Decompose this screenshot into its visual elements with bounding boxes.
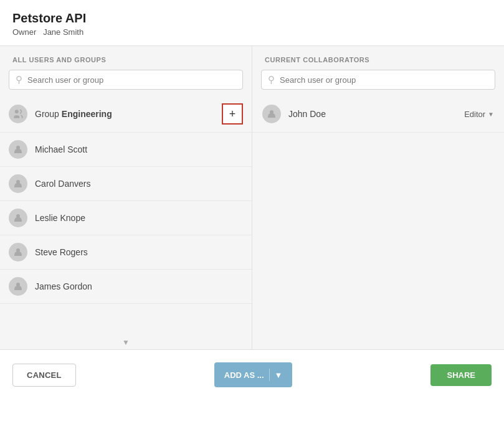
list-item[interactable]: Group Engineering +: [0, 96, 252, 133]
left-search-icon: ⚲: [16, 74, 22, 85]
right-search-bar[interactable]: ⚲: [261, 70, 495, 90]
user-icon: [9, 277, 27, 296]
collaborator-item: John Doe Editor ▼: [252, 96, 504, 133]
left-panel-title: ALL USERS AND GROUPS: [0, 46, 252, 70]
right-panel: CURRENT COLLABORATORS ⚲ John Doe Editor …: [252, 46, 504, 349]
list-item[interactable]: James Gordon: [0, 270, 252, 304]
collaborators-list: John Doe Editor ▼: [252, 96, 504, 349]
list-item[interactable]: Leslie Knope: [0, 201, 252, 235]
user-icon: [9, 174, 27, 193]
add-group-engineering-button[interactable]: +: [222, 103, 243, 125]
right-search-icon: ⚲: [268, 74, 275, 85]
chevron-down-icon: ▼: [488, 111, 494, 118]
james-gordon-label: James Gordon: [35, 281, 243, 291]
leslie-knope-label: Leslie Knope: [35, 213, 243, 223]
left-search-bar[interactable]: ⚲: [9, 70, 243, 90]
cancel-button[interactable]: CANCEL: [12, 364, 76, 387]
group-icon: [9, 105, 27, 123]
add-as-divider: [269, 369, 270, 381]
right-search-input[interactable]: [280, 75, 488, 85]
add-as-chevron-icon: ▼: [275, 370, 283, 380]
add-as-button[interactable]: ADD AS ... ▼: [214, 362, 293, 387]
add-as-label: ADD AS ...: [224, 370, 264, 380]
list-item[interactable]: Michael Scott: [0, 133, 252, 167]
michael-scott-label: Michael Scott: [35, 144, 243, 154]
group-engineering-label: Group Engineering: [35, 109, 222, 119]
list-item[interactable]: Steve Rogers: [0, 235, 252, 270]
user-icon: [9, 209, 27, 227]
john-doe-icon: [262, 105, 281, 123]
owner-name: Jane Smith: [43, 27, 83, 37]
share-button[interactable]: SHARE: [430, 364, 492, 386]
left-list: Group Engineering + Michael Scott: [0, 96, 252, 336]
svg-point-0: [15, 110, 19, 113]
api-title: Petstore API: [12, 11, 492, 26]
steve-rogers-label: Steve Rogers: [35, 247, 243, 257]
right-panel-title: CURRENT COLLABORATORS: [252, 46, 504, 70]
carol-danvers-label: Carol Danvers: [35, 179, 243, 189]
owner-line: Owner Jane Smith: [12, 27, 492, 37]
left-panel: ALL USERS AND GROUPS ⚲ Group Engineering: [0, 46, 252, 349]
role-dropdown[interactable]: Editor ▼: [464, 110, 494, 119]
footer: CANCEL ADD AS ... ▼ SHARE: [0, 350, 504, 400]
owner-label: Owner: [12, 27, 36, 37]
role-label: Editor: [464, 110, 485, 119]
list-item[interactable]: Carol Danvers: [0, 167, 252, 201]
left-search-input[interactable]: [27, 75, 236, 85]
scroll-down-indicator: ▼: [0, 336, 252, 349]
header: Petstore API Owner Jane Smith: [0, 0, 504, 46]
user-icon: [9, 243, 27, 261]
main-content: ALL USERS AND GROUPS ⚲ Group Engineering: [0, 46, 504, 350]
user-icon: [9, 140, 27, 159]
john-doe-name: John Doe: [288, 109, 464, 119]
